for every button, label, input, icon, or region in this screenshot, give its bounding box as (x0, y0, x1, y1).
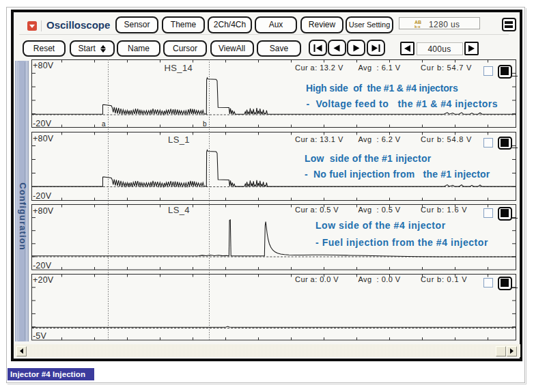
svg-text:k-x: k-x (414, 25, 421, 28)
svg-text:AB: AB (414, 20, 421, 25)
